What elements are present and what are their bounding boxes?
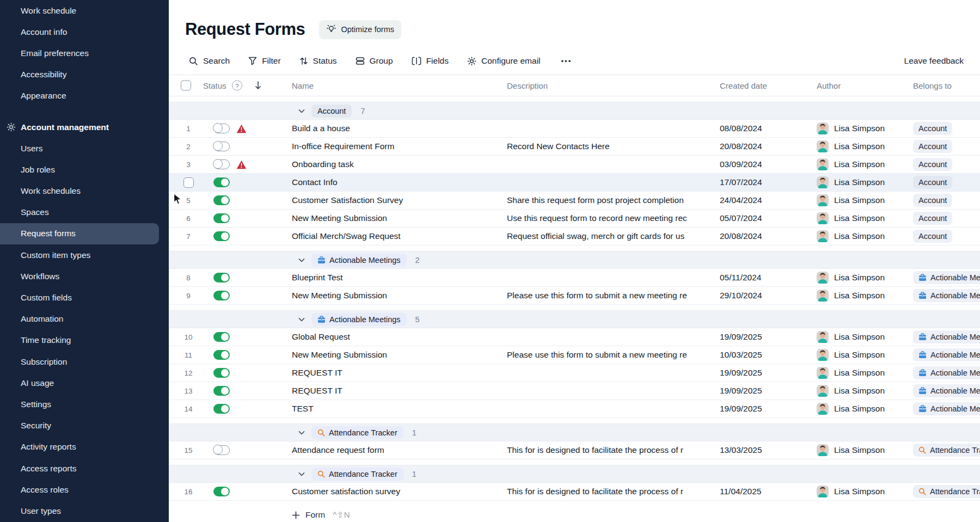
sidebar-item-activity-reports[interactable]: Activity reports [0,437,169,458]
status-toggle-on[interactable] [213,332,230,342]
form-row[interactable]: 3Onboarding task03/09/2024Lisa SimpsonAc… [169,156,980,174]
belongs-to-cell: Account [913,210,980,227]
group-row-account-0[interactable]: Account7 [169,102,980,120]
sidebar-item-time-tracking[interactable]: Time tracking [0,330,169,351]
status-toggle-on[interactable] [213,350,230,360]
magnifier-icon [317,429,325,437]
form-row[interactable]: 9New Meeting SubmissionPlease use this f… [169,287,980,305]
form-row[interactable]: 1Build a a house08/08/2024Lisa SimpsonAc… [169,120,980,138]
status-cell [213,441,230,459]
status-toggle-on[interactable] [213,177,230,187]
form-row[interactable]: 10Global Request19/09/2025Lisa SimpsonAc… [169,328,980,346]
toolbar-configure-email-button[interactable]: Configure email [467,56,541,66]
toggle-knob [221,292,229,299]
sidebar-item-account-info[interactable]: Account info [0,21,169,42]
chevron-down-icon[interactable] [298,317,305,322]
belongs-to-pill: Actionable Meetings [913,271,980,284]
toolbar-group-button[interactable]: Group [356,56,393,66]
toggle-knob [213,159,223,169]
form-row[interactable]: 7Official Merch/Swag RequestRequest offi… [169,228,980,245]
form-description [507,156,714,173]
status-toggle-on[interactable] [213,386,230,396]
status-cell [213,382,230,400]
status-toggle-off[interactable] [213,159,230,169]
sidebar-section-account-management[interactable]: Account management [0,116,169,138]
row-checkbox[interactable] [183,177,194,188]
group-row-attendance-tracker-4[interactable]: Attendance Tracker1 [169,465,980,483]
form-row[interactable]: 11New Meeting SubmissionPlease use this … [169,346,980,364]
chevron-down-icon[interactable] [298,109,305,113]
belongs-to-pill: Actionable Meetings [913,402,980,415]
toggle-knob [221,232,229,240]
status-toggle-off[interactable] [213,124,230,133]
sidebar-item-spaces[interactable]: Spaces [0,202,169,223]
page-title: Request Forms [185,20,305,39]
sidebar-item-automation[interactable]: Automation [0,309,169,330]
chevron-down-icon[interactable] [298,431,305,435]
form-row[interactable]: 12REQUEST IT19/09/2025Lisa SimpsonAction… [169,364,980,382]
toolbar-search-button[interactable]: Search [189,56,230,66]
belongs-to-label: Actionable Meetings [930,333,980,341]
sidebar-item-settings[interactable]: Settings [0,394,169,415]
sidebar-item-security[interactable]: Security [0,415,169,437]
sidebar-item-subscription[interactable]: Subscription [0,351,169,372]
sidebar-item-access-reports[interactable]: Access reports [0,458,169,479]
form-row[interactable]: 5Customer Satisfaction SurveyShare this … [169,192,980,210]
sidebar-item-users[interactable]: Users [0,138,169,159]
form-row[interactable]: 16Customer satisfaction surveyThis for i… [169,483,980,501]
sidebar-item-custom-item-types[interactable]: Custom item types [0,244,169,266]
more-options-button[interactable]: ••• [561,57,572,65]
group-row-attendance-tracker-3[interactable]: Attendance Tracker1 [169,423,980,441]
form-row[interactable]: 2In-office Requirement FormRecord New Co… [169,138,980,156]
status-toggle-on[interactable] [213,404,230,414]
form-row[interactable]: 14TEST19/09/2025Lisa SimpsonActionable M… [169,400,980,418]
status-toggle-off[interactable] [213,142,230,151]
toggle-knob [221,351,229,359]
sidebar-item-ai-usage[interactable]: AI usage [0,372,169,394]
status-toggle-on[interactable] [213,368,230,378]
form-row[interactable]: 13REQUEST IT19/09/2025Lisa SimpsonAction… [169,382,980,400]
sidebar-item-user-types[interactable]: User types [0,500,169,521]
sidebar-item-access-roles[interactable]: Access roles [0,479,169,500]
sort-descending-icon[interactable] [255,81,261,90]
group-label: Attendance Tracker [329,470,397,478]
magnifier-icon [317,470,325,478]
sidebar-item-accessibility[interactable]: Accessibility [0,64,169,85]
form-row[interactable]: Contact Info17/07/2024Lisa SimpsonAccoun… [169,174,980,192]
chevron-down-icon[interactable] [298,258,305,262]
belongs-to-pill: Attendance Tracker [913,444,980,457]
sidebar-item-email-preferences[interactable]: Email preferences [0,42,169,64]
help-icon[interactable]: ? [232,81,242,91]
form-row[interactable]: 6New Meeting SubmissionUse this request … [169,210,980,228]
status-toggle-on[interactable] [213,231,230,241]
sidebar-item-label: Request forms [21,229,76,238]
status-toggle-on[interactable] [213,273,230,283]
toolbar-status-button[interactable]: Status [299,56,337,66]
add-form-button[interactable]: Form [292,510,325,520]
chevron-down-icon[interactable] [298,472,305,476]
sidebar-item-workflows[interactable]: Workflows [0,266,169,287]
sidebar-item-work-schedule[interactable]: Work schedule [0,0,169,21]
sidebar-item-appearance[interactable]: Appearance [0,85,169,107]
status-toggle-on[interactable] [213,213,230,223]
select-all-checkbox[interactable] [181,81,191,91]
group-row-actionable-meetings-1[interactable]: Actionable Meetings2 [169,251,980,269]
optimize-forms-button[interactable]: Optimize forms [319,20,401,39]
sidebar-item-job-roles[interactable]: Job roles [0,159,169,180]
sidebar-item-work-schedules[interactable]: Work schedules [0,181,169,202]
form-row[interactable]: 15Attendance request formThis for is des… [169,441,980,459]
toolbar-filter-button[interactable]: Filter [248,56,280,66]
form-description: Request official swag, merch or gift car… [507,228,714,245]
created-date: 20/08/2024 [720,228,762,245]
leave-feedback-link[interactable]: Leave feedback [904,56,964,66]
table-header: Status ? Name Description Created date A… [169,75,980,96]
status-toggle-on[interactable] [213,195,230,205]
form-row[interactable]: 8Blueprint Test05/11/2024Lisa SimpsonAct… [169,269,980,287]
status-toggle-on[interactable] [213,291,230,300]
status-toggle-on[interactable] [213,487,230,496]
status-toggle-off[interactable] [213,445,230,455]
sidebar-item-request-forms[interactable]: Request forms [0,223,159,244]
sidebar-item-custom-fields[interactable]: Custom fields [0,287,169,308]
group-row-actionable-meetings-2[interactable]: Actionable Meetings5 [169,310,980,328]
toolbar-fields-button[interactable]: Fields [412,56,449,66]
